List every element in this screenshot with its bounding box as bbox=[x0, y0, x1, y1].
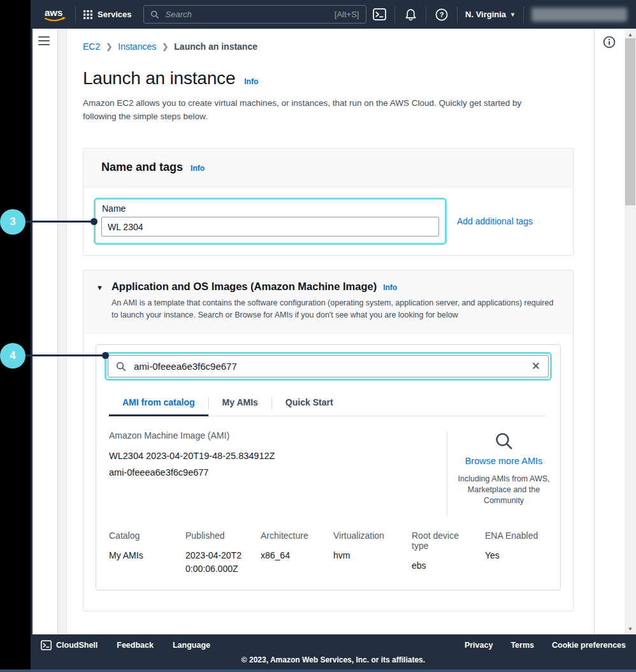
page-content: EC2 ❯ Instances ❯ Launch an instance Lau… bbox=[83, 29, 575, 631]
footer-language[interactable]: Language bbox=[173, 641, 210, 650]
attr-virtualization: Virtualization hvm bbox=[333, 530, 412, 576]
page-description: Amazon EC2 allows you to create virtual … bbox=[83, 96, 552, 123]
aws-logo[interactable]: aws bbox=[42, 6, 68, 23]
ami-section-header: ▼ Application and OS Images (Amazon Mach… bbox=[83, 270, 573, 333]
region-selector[interactable]: N. Virginia ▼ bbox=[465, 10, 516, 19]
footer-cookie-preferences[interactable]: Cookie preferences bbox=[552, 641, 626, 650]
name-and-tags-info-link[interactable]: Info bbox=[191, 164, 205, 173]
topbar-divider bbox=[457, 6, 458, 23]
tab-quick-start[interactable]: Quick Start bbox=[272, 396, 347, 416]
footer-copyright: © 2023, Amazon Web Services, Inc. or its… bbox=[31, 655, 636, 664]
topbar-divider bbox=[75, 6, 76, 23]
browse-more-amis-note: Including AMIs from AWS, Marketplace and… bbox=[458, 474, 551, 506]
page-left-edge bbox=[31, 29, 33, 634]
ami-id: ami-0feeea6e3f6c9e677 bbox=[109, 467, 440, 478]
top-navigation-bar: aws Services [Alt+S] bbox=[31, 0, 636, 29]
name-field-label: Name bbox=[102, 203, 439, 214]
scroll-up-icon[interactable]: ▲ bbox=[625, 30, 636, 39]
ami-picker-panel: ✕ AMI from catalog My AMIs Quick Start bbox=[96, 344, 561, 590]
browse-more-amis-link[interactable]: Browse more AMIs bbox=[454, 456, 554, 466]
ami-summary: Amazon Machine Image (AMI) WL2304 2023-0… bbox=[109, 430, 447, 516]
global-search-box[interactable]: [Alt+S] bbox=[143, 5, 366, 24]
footer-feedback[interactable]: Feedback bbox=[117, 641, 154, 650]
footer-privacy[interactable]: Privacy bbox=[465, 641, 493, 650]
ami-name: WL2304 2023-04-20T19-48-25.834912Z bbox=[109, 451, 440, 461]
services-label: Services bbox=[98, 10, 132, 19]
clear-search-icon[interactable]: ✕ bbox=[531, 361, 540, 372]
name-input[interactable] bbox=[101, 217, 439, 237]
collapse-triangle-icon[interactable]: ▼ bbox=[96, 284, 103, 291]
notifications-button[interactable] bbox=[403, 7, 418, 22]
name-field-highlight: Name bbox=[94, 198, 447, 245]
chevron-right-icon: ❯ bbox=[106, 42, 112, 51]
topbar-divider bbox=[426, 6, 426, 23]
footer-terms[interactable]: Terms bbox=[510, 641, 534, 650]
console-footer: CloudShell Feedback Language Privacy Ter… bbox=[31, 634, 636, 669]
annotation-circle-3: 3 bbox=[0, 209, 25, 235]
add-additional-tags-link[interactable]: Add additional tags bbox=[457, 216, 533, 226]
annotation-line bbox=[25, 221, 92, 223]
search-icon bbox=[150, 10, 159, 19]
info-icon bbox=[603, 36, 616, 48]
cloudshell-icon bbox=[373, 8, 386, 20]
ami-search-input[interactable] bbox=[133, 360, 525, 372]
attr-catalog: Catalog My AMIs bbox=[109, 530, 185, 576]
ami-section-description: An AMI is a template that contains the s… bbox=[112, 297, 561, 321]
global-search-input[interactable] bbox=[164, 9, 329, 20]
region-label: N. Virginia bbox=[465, 10, 506, 19]
account-menu-redacted[interactable] bbox=[531, 8, 627, 22]
name-and-tags-card: Name and tags Info Name Add additional t… bbox=[83, 148, 574, 256]
breadcrumb-current: Launch an instance bbox=[174, 41, 257, 52]
ami-section-info-link[interactable]: Info bbox=[383, 283, 397, 292]
ami-tabs: AMI from catalog My AMIs Quick Start bbox=[109, 396, 546, 416]
services-menu[interactable]: Services bbox=[83, 10, 132, 19]
info-panel-toggle[interactable] bbox=[603, 36, 625, 48]
ami-attributes: Catalog My AMIs Published 2023-04-20T20:… bbox=[96, 522, 560, 590]
vertical-scrollbar[interactable]: ▲ ▼ bbox=[625, 29, 636, 634]
name-and-tags-header: Name and tags Info bbox=[83, 149, 573, 187]
services-grid-icon bbox=[83, 10, 92, 19]
breadcrumb-ec2[interactable]: EC2 bbox=[83, 41, 100, 52]
ami-label: Amazon Machine Image (AMI) bbox=[109, 430, 440, 441]
tab-my-amis[interactable]: My AMIs bbox=[209, 396, 271, 416]
annotation-dot bbox=[102, 352, 109, 359]
ami-section-title: Application and OS Images (Amazon Machin… bbox=[112, 281, 377, 293]
name-and-tags-title: Name and tags bbox=[101, 161, 183, 174]
attr-root-device-type: Root device type ebs bbox=[412, 530, 485, 576]
browse-search-icon bbox=[495, 432, 514, 451]
footer-cloudshell[interactable]: CloudShell bbox=[41, 640, 98, 650]
cloudshell-icon bbox=[41, 640, 52, 650]
browse-amis-panel: Browse more AMIs Including AMIs from AWS… bbox=[447, 430, 560, 516]
menu-icon[interactable] bbox=[38, 36, 50, 45]
annotation-line bbox=[25, 354, 104, 356]
annotation-dot bbox=[90, 218, 98, 225]
breadcrumb: EC2 ❯ Instances ❯ Launch an instance bbox=[83, 41, 575, 52]
svg-text:aws: aws bbox=[45, 7, 62, 18]
tab-ami-from-catalog[interactable]: AMI from catalog bbox=[109, 396, 208, 416]
ami-section-card: ▼ Application and OS Images (Amazon Mach… bbox=[83, 270, 574, 611]
collapsed-sidebar bbox=[31, 29, 58, 634]
scroll-down-icon[interactable]: ▼ bbox=[625, 624, 636, 633]
scrollbar-thumb[interactable] bbox=[625, 38, 635, 205]
page-info-link[interactable]: Info bbox=[244, 77, 258, 86]
attr-published: Published 2023-04-20T20:00:06.000Z bbox=[185, 530, 261, 576]
svg-text:?: ? bbox=[440, 11, 444, 18]
search-shortcut-hint: [Alt+S] bbox=[335, 10, 359, 19]
attr-architecture: Architecture x86_64 bbox=[261, 530, 333, 576]
breadcrumb-instances[interactable]: Instances bbox=[118, 41, 156, 52]
annotation-strip bbox=[0, 0, 31, 672]
annotation-circle-4: 4 bbox=[0, 343, 25, 369]
right-rail bbox=[595, 29, 625, 634]
cloudshell-button[interactable] bbox=[372, 7, 387, 22]
chevron-down-icon: ▼ bbox=[510, 11, 516, 18]
help-button[interactable]: ? bbox=[434, 7, 449, 22]
topbar-divider bbox=[394, 6, 395, 23]
attr-ena-enabled: ENA Enabled Yes bbox=[485, 530, 556, 576]
topbar-divider bbox=[523, 6, 524, 23]
ami-search-box[interactable]: ✕ bbox=[108, 355, 549, 377]
window-bottom-edge bbox=[0, 669, 636, 672]
page-title: Launch an instance bbox=[83, 68, 235, 89]
chevron-right-icon: ❯ bbox=[162, 42, 168, 51]
sidebar-gutter bbox=[58, 29, 67, 634]
main-area: EC2 ❯ Instances ❯ Launch an instance Lau… bbox=[31, 29, 636, 634]
